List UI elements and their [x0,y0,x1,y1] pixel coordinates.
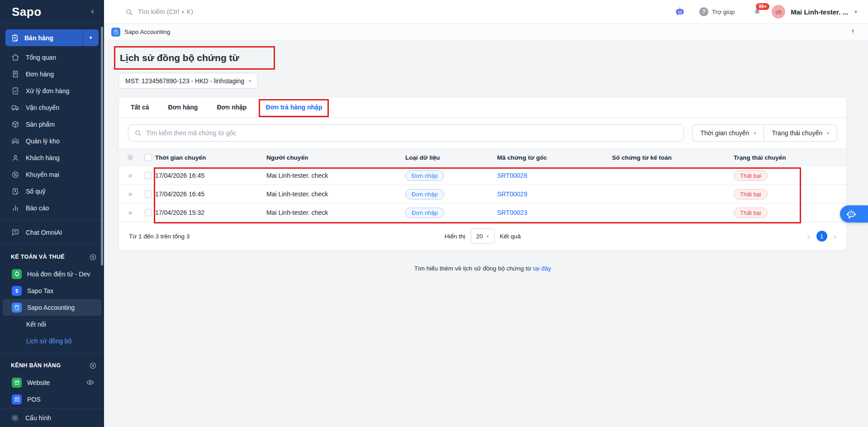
sidebar-item-cau-hinh[interactable]: Cấu hình [0,408,104,427]
help-menu[interactable]: ? Trợ giúp [699,7,735,16]
robot-icon [845,208,857,220]
page-size-dropdown[interactable]: 20 ▾ [471,228,494,244]
source-document-link[interactable]: SRT00028 [497,172,527,179]
column-header[interactable]: Mã chứng từ gốc [497,154,612,161]
sidebar-item-label: Khách hàng [26,154,60,161]
document-search-placeholder: Tìm kiếm theo mã chứng từ gốc [146,129,236,137]
sidebar-item-ban-hang[interactable]: Bán hàng ▾ [5,29,99,46]
sidebar-item-chat-omniai[interactable]: AI Chat OmniAI [0,224,104,241]
sidebar-item-khuyen-mai[interactable]: Khuyến mại [0,166,104,183]
document-search-input[interactable]: Tìm kiếm theo mã chứng từ gốc [128,124,684,142]
chevron-down-icon[interactable]: ▾ [854,9,857,15]
sales-dropdown-caret[interactable]: ▾ [82,29,99,46]
chevron-down-icon: ▾ [827,131,829,136]
assistant-bot-icon[interactable] [674,6,686,18]
data-type-badge: Đơn nhập [405,189,444,199]
row-checkbox[interactable] [145,190,152,198]
sidebar-item-so-quy[interactable]: Sổ quỹ [0,183,104,199]
source-document-link[interactable]: SRT00029 [497,190,527,198]
column-header[interactable]: Thời gian chuyển [155,154,266,161]
sidebar-scrollbar[interactable] [101,27,103,266]
tab-don-nhap[interactable]: Đơn nhập [217,97,247,117]
sidebar-item-website[interactable]: Website [3,374,101,391]
sidebar-item-label: Sổ quỹ [26,188,46,195]
app-breadcrumb[interactable]: Sapo Accounting [111,28,170,37]
sidebar-item-label: Xử lý đơn hàng [26,87,69,95]
status-badge: Thất bại [734,171,768,181]
sidebar-item-xu-ly-don-hang[interactable]: Xử lý đơn hàng [0,82,104,99]
box-icon [11,120,19,128]
sidebar-item-tong-quan[interactable]: Tổng quan [0,49,104,66]
app-window: Sapo Bán hàng ▾ Tổng quan [0,0,868,427]
sidebar-item-quan-ly-kho[interactable]: Quản lý kho [0,133,104,149]
sidebar-item-don-hang[interactable]: Đơn hàng [0,66,104,82]
sidebar-item-pos[interactable]: POS [3,391,101,408]
time-filter-dropdown[interactable]: Thời gian chuyển ▾ [692,124,764,142]
table-row[interactable]: » 17/04/2026 15:32 Mai Linh-tester. chec… [119,204,846,222]
sync-table: Thời gian chuyển Người chuyển Loại dữ li… [119,148,846,222]
column-header[interactable]: Người chuyển [266,154,405,161]
app-name: Sapo Accounting [124,28,170,35]
clipboard-plus-icon [11,34,19,42]
chevron-down-icon: ▾ [487,234,489,239]
global-search-input[interactable]: Tìm kiếm (Ctrl + K) [125,8,674,16]
sidebar-item-van-chuyen[interactable]: Vận chuyển [0,99,104,116]
tab-label: Đơn hàng [168,104,198,111]
learn-more-link[interactable]: tại đây [533,265,551,272]
column-header[interactable]: Số chứng từ kế toán [612,154,734,161]
column-settings-icon[interactable] [119,154,142,161]
table-row[interactable]: » 17/04/2026 16:45 Mai Linh-tester. chec… [119,185,846,204]
notifications-button[interactable]: 99+ [753,7,762,16]
sidebar-item-sapo-accounting[interactable]: Sapo Accounting [3,299,101,316]
sidebar-item-facebook[interactable]: f Facebook [3,408,101,408]
tab-don-hang[interactable]: Đơn hàng [168,97,198,117]
sidebar-item-label: Hoá đơn điện tử - Dev [27,270,90,278]
document-check-icon [11,86,19,95]
gear-icon [11,414,19,422]
sidebar-item-sapo-tax[interactable]: $ Sapo Tax [3,282,101,299]
sidebar-item-hoa-don-dien-tu[interactable]: Hoá đơn điện tử - Dev [3,266,101,282]
select-all-checkbox[interactable] [145,154,152,161]
sidebar-item-khach-hang[interactable]: Khách hàng [0,149,104,166]
notification-badge: 99+ [756,3,769,10]
add-circle-icon[interactable] [89,362,97,370]
cell-user: Mai Linh-tester. check [266,209,405,216]
sidebar-item-bao-cao[interactable]: Báo cáo [0,199,104,216]
expand-row-icon[interactable]: » [119,172,142,179]
sidebar-item-label: Cấu hình [25,414,51,422]
status-badge: Thất bại [734,208,768,218]
results-label: Kết quả [500,233,521,240]
home-icon [11,53,19,62]
expand-row-icon[interactable]: » [119,190,142,198]
previous-page-button[interactable]: ‹ [807,232,810,241]
tab-don-tra-hang-nhap[interactable]: Đơn trả hàng nhập [266,97,322,117]
current-page-button[interactable]: 1 [816,231,827,242]
source-document-link[interactable]: SRT00023 [497,209,527,216]
eye-icon[interactable] [86,379,94,386]
section-title: KẾ TOÁN VÀ THUẾ [11,254,65,260]
sidebar-subitem-ket-noi[interactable]: Kết nối [0,316,104,332]
sidebar-item-san-pham[interactable]: Sản phẩm [0,116,104,133]
user-icon [11,153,19,162]
pin-icon[interactable] [849,28,856,35]
row-checkbox[interactable] [145,172,152,179]
expand-row-icon[interactable]: » [119,209,142,216]
next-page-button[interactable]: › [834,232,836,241]
status-filter-dropdown[interactable]: Trạng thái chuyển ▾ [764,124,837,142]
page-title: Lịch sử đồng bộ chứng từ [120,52,239,63]
avatar[interactable]: ch [772,5,785,19]
column-header[interactable]: Loại dữ liệu [405,154,497,161]
user-name[interactable]: Mai Linh-tester. ... [791,8,848,16]
tab-tat-ca[interactable]: Tất cả [131,97,149,117]
company-selector-dropdown[interactable]: MST: 1234567890-123 - HKD - linhstaging … [119,73,258,89]
sidebar-subitem-lich-su-dong-bo[interactable]: Lịch sử đồng bộ [0,332,104,349]
data-type-badge: Đơn nhập [405,208,444,218]
sidebar-item-label: Quản lý kho [26,138,60,145]
column-header[interactable]: Trạng thái chuyển [734,154,846,161]
topbar: Tìm kiếm (Ctrl + K) ? Trợ giúp 99+ ch Ma… [104,0,868,24]
add-circle-icon[interactable] [89,253,97,261]
support-chat-widget[interactable] [840,205,868,223]
sidebar-collapse-icon[interactable] [90,9,96,15]
row-checkbox[interactable] [145,209,152,216]
table-row[interactable]: » 17/04/2026 16:45 Mai Linh-tester. chec… [119,166,846,185]
